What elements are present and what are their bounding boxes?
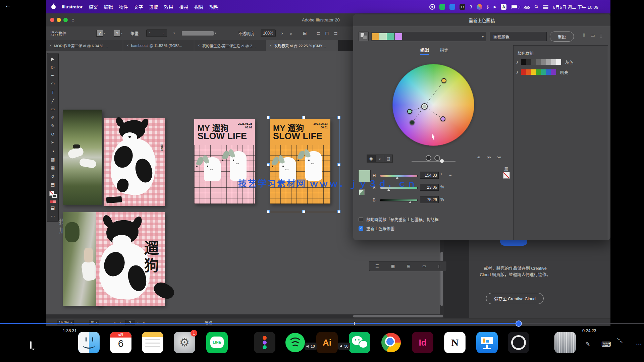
tab-edit[interactable]: 編輯	[420, 47, 429, 55]
home-icon[interactable]: ⌂	[71, 17, 74, 22]
chevron-right-icon[interactable]: ❯	[514, 60, 521, 64]
close-tab-icon[interactable]: ×	[126, 43, 129, 48]
dock-obs-icon[interactable]	[508, 332, 529, 353]
menu-effect[interactable]: 效果	[164, 3, 173, 10]
type-tool-icon[interactable]: T	[49, 89, 57, 96]
comments-icon[interactable]	[30, 342, 32, 349]
dock-notes-icon[interactable]	[142, 332, 163, 353]
rectangle-tool-icon[interactable]: ▭	[49, 106, 57, 113]
last-artboard-button[interactable]: »	[143, 318, 145, 326]
color-wheel[interactable]	[392, 64, 474, 146]
trash-icon[interactable]: ▯	[600, 33, 602, 38]
dock-settings-icon[interactable]: ⚙ 1	[174, 332, 195, 353]
color-handle-dark[interactable]	[410, 120, 415, 125]
list-view-icon[interactable]: ☰	[375, 264, 379, 268]
checkbox-checked[interactable]	[359, 226, 363, 231]
hsb-menu-icon[interactable]: ≡	[449, 172, 452, 177]
fill-color-well[interactable]: ?▾	[96, 26, 105, 40]
dialog-titlebar[interactable]: 重新上色圖稿	[353, 14, 610, 26]
artboard-tool-icon[interactable]: ⬒	[49, 181, 57, 188]
artboard-poster-pink-grid[interactable]: MY 遛狗 SLOW LIFE 2023.05.2306.01	[194, 119, 255, 204]
brush-preview[interactable]	[182, 26, 214, 40]
scrollbar-thumb[interactable]	[353, 315, 443, 317]
save-group-icon[interactable]: ⇩	[582, 33, 586, 38]
input-source-icon[interactable]: A	[501, 4, 506, 10]
dock-finder-icon[interactable]	[78, 332, 100, 353]
dock-spotify-icon[interactable]	[284, 332, 306, 353]
more-options-chevron[interactable]: ›	[281, 26, 283, 40]
dock-keynote-icon[interactable]	[476, 332, 498, 353]
close-tab-icon[interactable]: ×	[198, 43, 200, 48]
document-setup-icon[interactable]: ⊞	[303, 26, 307, 40]
battery-icon[interactable]	[511, 5, 519, 9]
artboard-poster-pink-1[interactable]: 2023	[104, 118, 165, 206]
dock-chrome-icon[interactable]	[380, 332, 402, 353]
dock-line-icon[interactable]: LINE	[206, 332, 228, 353]
opacity-value[interactable]: 100%	[261, 26, 276, 40]
selection-handle[interactable]	[267, 116, 270, 119]
smooth-wheel-icon[interactable]: ◉	[367, 155, 375, 163]
avatar-icon[interactable]	[477, 4, 482, 10]
color-group-bright[interactable]: ❯ 明亮	[514, 68, 608, 76]
reset-button[interactable]: 重設	[550, 32, 574, 42]
brightness-slider-thumb[interactable]	[440, 159, 444, 163]
minimize-window-button[interactable]	[57, 18, 61, 22]
selection-handle[interactable]	[302, 116, 305, 119]
folder-icon[interactable]: ▭	[591, 33, 595, 38]
screen-mode-icon[interactable]: ⬓	[49, 204, 57, 211]
document-tab-3[interactable]: ×我的慢生活-第二课生活.ai @ 2…	[194, 40, 266, 51]
close-window-button[interactable]	[50, 18, 54, 22]
menu-type[interactable]: 文字	[134, 3, 143, 10]
open-on-launch-checkbox-row[interactable]: 啟動時開啟「預先重新上色圖稿」對話框	[359, 217, 439, 222]
pencil-tool-icon[interactable]: ✎	[49, 122, 57, 129]
unlink-harmony-icon[interactable]: ⚮	[487, 155, 491, 161]
checkbox-unchecked[interactable]	[359, 217, 363, 222]
selection-tool-icon[interactable]: ▶	[49, 55, 57, 62]
progress-handle[interactable]	[516, 320, 522, 327]
selection-handle[interactable]	[302, 210, 305, 213]
close-tab-icon[interactable]: ×	[269, 43, 272, 48]
dock-wechat-icon[interactable]	[349, 332, 370, 353]
menu-file[interactable]: 檔案	[89, 3, 98, 10]
none-swatch[interactable]	[503, 172, 510, 179]
color-group-gray[interactable]: ❯ 灰色	[514, 58, 608, 66]
color-chips[interactable]	[50, 200, 56, 203]
selection-handle[interactable]	[267, 163, 270, 166]
scissors-tool-icon[interactable]: ✂	[49, 139, 57, 146]
document-tab-1[interactable]: ×MORI作业第二课.ai @ 6.34 % …	[46, 40, 123, 51]
zoom-level-dropdown[interactable]: 15.3%▾	[57, 318, 74, 326]
back-button[interactable]: ←	[5, 1, 11, 9]
color-handle-purple[interactable]	[440, 116, 445, 121]
show-saturation-toggle[interactable]	[426, 155, 431, 161]
menu-help[interactable]: 說明	[209, 3, 218, 10]
selection-handle[interactable]	[337, 163, 340, 166]
paintbrush-tool-icon[interactable]: ✐	[49, 114, 57, 121]
fill-stroke-wells[interactable]	[49, 191, 57, 198]
meeting-app-icon[interactable]	[449, 4, 455, 10]
saturation-value-field[interactable]: 23.06	[420, 184, 439, 191]
new-group-icon[interactable]: ⊞	[407, 264, 410, 268]
scrollbar-thumb[interactable]	[440, 252, 443, 306]
stroke-width-stepper[interactable]: ⌃⌄	[146, 26, 167, 40]
selection-bounding-box[interactable]	[268, 117, 339, 212]
messenger-app-icon[interactable]	[439, 4, 445, 10]
spotlight-icon[interactable]: ⚲	[533, 3, 540, 10]
align-right-icon[interactable]: ⊐	[334, 26, 338, 40]
dock-illustrator-icon[interactable]: Ai	[316, 332, 338, 353]
color-strip-dropdown[interactable]: ▾	[371, 32, 486, 41]
previous-artboard-button[interactable]: ‹	[120, 318, 121, 326]
menu-select[interactable]: 選取	[149, 3, 158, 10]
align-left-icon[interactable]: ⊏	[316, 26, 320, 40]
rotate-tool-icon[interactable]: ↺	[49, 131, 57, 138]
tab-assign[interactable]: 指定	[440, 47, 448, 54]
updates-icon[interactable]: ⊙	[460, 4, 465, 10]
preset-dropdown[interactable]: 圖稿顏色	[490, 32, 547, 41]
align-center-icon[interactable]: ⊓	[325, 26, 329, 40]
folder-icon[interactable]: ▭	[422, 264, 426, 268]
dock-indesign-icon[interactable]: Id	[412, 332, 433, 353]
stroke-color-well[interactable]: ?▾	[114, 26, 122, 40]
color-handle-teal[interactable]	[407, 109, 412, 114]
brightness-slider[interactable]	[412, 161, 455, 162]
selection-handle[interactable]	[267, 210, 270, 213]
dock-calendar-icon[interactable]: 6月 6	[110, 332, 131, 353]
